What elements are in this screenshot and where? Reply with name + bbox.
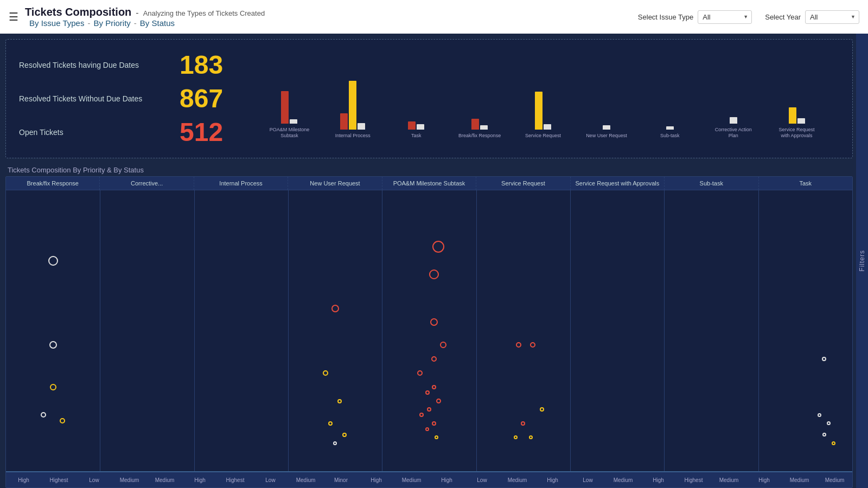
x-axis-label: Medium [394, 477, 429, 483]
scatter-body [6, 190, 852, 471]
issue-type-control: Select Issue Type All [638, 10, 752, 24]
nav-by-priority[interactable]: By Priority [93, 18, 130, 28]
scatter-dot [432, 385, 436, 389]
open-value: 512 [180, 119, 223, 145]
scatter-dot [436, 399, 441, 403]
issue-type-label: Select Issue Type [638, 13, 693, 21]
bar-label: Internal Process [335, 133, 371, 139]
filters-sidebar[interactable]: Filters [856, 34, 868, 488]
vertical-divider [758, 190, 759, 471]
scatter-dot [49, 341, 57, 349]
open-label: Open Tickets [19, 128, 171, 137]
resolved-with-value: 183 [180, 52, 223, 78]
x-axis-label: Low [464, 477, 500, 483]
scatter-dot [60, 418, 65, 423]
scatter-dot [435, 435, 438, 439]
bar-red [281, 91, 289, 124]
x-axis-label: Medium [817, 477, 852, 483]
scatter-dot [530, 342, 535, 348]
scatter-col-header: Service Request [476, 177, 570, 190]
scatter-col-header: Internal Process [194, 177, 288, 190]
scatter-dot [432, 241, 444, 253]
bar-group: Service Request with Approvals [765, 59, 828, 139]
bar-label: Break/fix Response [458, 133, 501, 139]
scatter-dot [516, 342, 521, 348]
x-axis-label: Medium [500, 477, 535, 483]
scatter-dot [328, 421, 333, 426]
scatter-dot [48, 256, 58, 266]
title-dash: - [136, 8, 138, 18]
bar-group: Break/fix Response [448, 65, 512, 139]
header-controls: Select Issue Type All Select Year All [638, 10, 859, 24]
vertical-divider [194, 190, 195, 471]
issue-type-select[interactable]: All [698, 10, 752, 24]
bar-group: Task [385, 65, 448, 139]
bar-white [730, 117, 737, 124]
x-axis-label: High [6, 477, 41, 483]
x-axis-label: High [359, 477, 394, 483]
scatter-dot [41, 412, 46, 418]
scatter-col-header: Sub-task [665, 177, 758, 190]
bar-red [471, 119, 479, 130]
scatter-dot [342, 433, 347, 437]
scatter-dot [331, 305, 339, 312]
x-axis-label: Medium [605, 477, 641, 483]
scatter-dot [431, 356, 437, 362]
bar-yellow [535, 92, 542, 130]
scatter-dot [323, 370, 328, 376]
bar-red [408, 121, 416, 130]
issue-type-select-wrapper[interactable]: All [698, 10, 752, 24]
nav-sep-2: - [134, 18, 137, 28]
x-axis-label: High [641, 477, 676, 483]
x-axis-label: Low [253, 477, 288, 483]
bar-chart-area: POA&M Milestone SubtaskInternal ProcessT… [247, 59, 839, 139]
main-content: Resolved Tickets having Due Dates 183 Re… [0, 34, 868, 488]
scatter-col-header: Task [759, 177, 852, 190]
menu-icon[interactable]: ☰ [9, 10, 18, 23]
x-axis-label: High [429, 477, 464, 483]
stats-left: Resolved Tickets having Due Dates 183 Re… [19, 52, 247, 145]
scatter-dot [419, 413, 424, 417]
page-subtitle: Analyzing the Types of Tickets Created [143, 9, 265, 17]
x-axis-label: Medium [288, 477, 323, 483]
nav-by-status[interactable]: By Status [140, 18, 175, 28]
scatter-header: Break/fix ResponseCorrective...Internal … [6, 177, 852, 190]
scatter-dot [429, 269, 439, 279]
bar-label: Service Request with Approvals [775, 127, 819, 139]
scatter-dot [430, 318, 438, 326]
x-axis-label: Highest [676, 477, 711, 483]
nav-bar: By Issue Types - By Priority - By Status [29, 18, 265, 28]
scatter-col-header: Corrective... [100, 177, 194, 190]
scatter-dot [417, 370, 423, 376]
filters-label: Filters [858, 250, 866, 272]
year-select[interactable]: All [805, 10, 859, 24]
bar-yellow [789, 107, 796, 124]
scatter-dot [333, 441, 337, 445]
x-axis-label: Highest [218, 477, 253, 483]
year-select-wrapper[interactable]: All [805, 10, 859, 24]
x-axis-label: Medium [147, 477, 182, 483]
section-title: Tickets Composition By Priority & By Sta… [5, 163, 853, 176]
x-axis-bar: HighHighestLowMediumMediumHighHighestLow… [6, 471, 852, 487]
nav-sep-1: - [87, 18, 90, 28]
bar-white [417, 124, 424, 130]
scatter-dot [818, 413, 821, 417]
bar-yellow [349, 81, 356, 130]
bar-white [603, 125, 610, 130]
scatter-dot [822, 433, 826, 436]
scatter-dot [425, 390, 430, 395]
vertical-divider [100, 190, 100, 471]
vertical-divider [476, 190, 477, 471]
bar-white [544, 124, 551, 130]
x-axis-label: High [182, 477, 218, 483]
scatter-dot [822, 357, 826, 361]
x-axis-label: Medium [782, 477, 817, 483]
x-axis-label: High [746, 477, 782, 483]
bar-group: Corrective Action Plan [701, 59, 765, 139]
bar-white [480, 125, 488, 130]
x-axis-label: Low [76, 477, 112, 483]
scatter-dot [50, 384, 56, 390]
x-axis-label: Medium [711, 477, 746, 483]
scatter-col-header: Service Request with Approvals [571, 177, 665, 190]
nav-by-issue-types[interactable]: By Issue Types [29, 18, 84, 28]
